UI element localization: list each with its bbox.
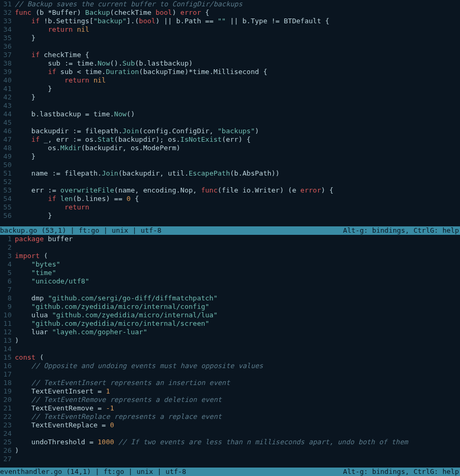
code-line[interactable]: 38 sub := time.Now().Sub(b.lastbackup) [0,59,460,68]
code-content[interactable]: return nil [15,76,460,85]
code-content[interactable]: // Opposite and undoing events must have… [15,362,460,370]
code-line[interactable]: 20 // TextEventRemove represents a delet… [0,396,460,404]
code-content[interactable] [15,178,460,186]
code-content[interactable]: return nil [15,25,460,34]
code-line[interactable]: 53 err := overwriteFile(name, encoding.N… [0,186,460,195]
code-line[interactable]: 46 backupdir := filepath.Join(config.Con… [0,127,460,135]
code-line[interactable]: 55 return [0,203,460,212]
code-line[interactable]: 31// Backup saves the current buffer to … [0,0,460,8]
code-line[interactable]: 2 [0,243,460,252]
code-line[interactable]: 40 return nil [0,76,460,85]
code-line[interactable]: 34 return nil [0,25,460,34]
code-content[interactable]: luar "layeh.com/gopher-luar" [15,328,460,336]
code-content[interactable]: backupdir := filepath.Join(config.Config… [15,127,460,135]
code-content[interactable]: } [15,212,460,220]
code-line[interactable]: 23 TextEventReplace = 0 [0,421,460,429]
code-content[interactable]: TextEventInsert = 1 [15,387,460,396]
code-content[interactable]: err := overwriteFile(name, encoding.Nop,… [15,186,460,195]
code-line[interactable]: 26) [0,446,460,455]
code-line[interactable]: 47 if _, err := os.Stat(backupdir); os.I… [0,135,460,144]
code-line[interactable]: 17 [0,370,460,379]
code-line[interactable]: 3import ( [0,252,460,260]
code-content[interactable]: if sub < time.Duration(backupTime)*time.… [15,68,460,76]
code-line[interactable]: 8 dmp "github.com/sergi/go-diff/diffmatc… [0,294,460,303]
code-line[interactable]: 32func (b *Buffer) Backup(checkTime bool… [0,8,460,17]
code-content[interactable]: func (b *Buffer) Backup(checkTime bool) … [15,8,460,17]
editor-area-top[interactable]: 31// Backup saves the current buffer to … [0,0,460,226]
code-content[interactable]: "unicode/utf8" [15,277,460,286]
code-content[interactable]: b.lastbackup = time.Now() [15,110,460,118]
code-line[interactable]: 56 } [0,212,460,220]
code-content[interactable] [15,161,460,169]
code-line[interactable]: 39 if sub < time.Duration(backupTime)*ti… [0,68,460,76]
code-line[interactable]: 33 if !b.Settings["backup"].(bool) || b.… [0,17,460,25]
code-line[interactable]: 9 "github.com/zyedidia/micro/internal/co… [0,303,460,311]
code-content[interactable]: TextEventRemove = -1 [15,404,460,413]
code-content[interactable] [15,286,460,294]
code-content[interactable]: dmp "github.com/sergi/go-diff/diffmatchp… [15,294,460,303]
code-content[interactable]: package buffer [15,235,460,243]
code-content[interactable]: // TextEventInsert represents an inserti… [15,379,460,387]
code-line[interactable]: 7 [0,286,460,294]
code-line[interactable]: 18 // TextEventInsert represents an inse… [0,379,460,387]
code-content[interactable] [15,42,460,51]
code-line[interactable]: 35 } [0,34,460,42]
code-content[interactable]: return [15,203,460,212]
code-line[interactable]: 14 [0,345,460,353]
code-line[interactable]: 41 } [0,85,460,93]
code-line[interactable]: 43 [0,102,460,110]
code-line[interactable]: 48 os.Mkdir(backupdir, os.ModePerm) [0,144,460,152]
code-content[interactable]: ulua "github.com/zyedidia/micro/internal… [15,311,460,319]
code-line[interactable]: 54 if len(b.lines) == 0 { [0,195,460,203]
code-line[interactable]: 25 undoThreshold = 1000 // If two events… [0,438,460,446]
code-content[interactable]: "github.com/zyedidia/micro/internal/scre… [15,319,460,328]
code-line[interactable]: 16 // Opposite and undoing events must h… [0,362,460,370]
code-line[interactable]: 6 "unicode/utf8" [0,277,460,286]
code-content[interactable]: sub := time.Now().Sub(b.lastbackup) [15,59,460,68]
code-content[interactable] [15,243,460,252]
code-content[interactable]: ) [15,446,460,455]
code-content[interactable]: os.Mkdir(backupdir, os.ModePerm) [15,144,460,152]
code-content[interactable]: if checkTime { [15,51,460,59]
code-line[interactable]: 1package buffer [0,235,460,243]
code-content[interactable] [15,118,460,127]
code-content[interactable] [15,370,460,379]
code-line[interactable]: 13) [0,336,460,345]
code-content[interactable]: "github.com/zyedidia/micro/internal/conf… [15,303,460,311]
code-content[interactable]: } [15,34,460,42]
code-line[interactable]: 10 ulua "github.com/zyedidia/micro/inter… [0,311,460,319]
code-line[interactable]: 5 "time" [0,269,460,277]
code-line[interactable]: 50 [0,161,460,169]
code-content[interactable]: "bytes" [15,260,460,269]
code-line[interactable]: 52 [0,178,460,186]
code-content[interactable] [15,345,460,353]
code-line[interactable]: 45 [0,118,460,127]
code-content[interactable]: } [15,85,460,93]
code-line[interactable]: 37 if checkTime { [0,51,460,59]
code-content[interactable]: // TextEventReplace represents a replace… [15,413,460,421]
code-content[interactable] [15,455,460,463]
code-line[interactable]: 44 b.lastbackup = time.Now() [0,110,460,118]
code-content[interactable]: if !b.Settings["backup"].(bool) || b.Pat… [15,17,460,25]
code-content[interactable]: } [15,93,460,102]
code-content[interactable]: import ( [15,252,460,260]
code-content[interactable]: undoThreshold = 1000 // If two events ar… [15,438,460,446]
code-line[interactable]: 51 name := filepath.Join(backupdir, util… [0,169,460,178]
code-content[interactable] [15,429,460,438]
code-content[interactable]: ) [15,336,460,345]
code-line[interactable]: 21 TextEventRemove = -1 [0,404,460,413]
code-content[interactable]: "time" [15,269,460,277]
code-line[interactable]: 49 } [0,152,460,161]
code-line[interactable]: 22 // TextEventReplace represents a repl… [0,413,460,421]
code-content[interactable]: const ( [15,353,460,362]
code-content[interactable]: // TextEventRemove represents a deletion… [15,396,460,404]
code-line[interactable]: 42 } [0,93,460,102]
code-line[interactable]: 4 "bytes" [0,260,460,269]
code-content[interactable]: TextEventReplace = 0 [15,421,460,429]
editor-area-bottom[interactable]: 1package buffer23import (4 "bytes"5 "tim… [0,235,460,468]
code-line[interactable]: 24 [0,429,460,438]
code-content[interactable] [15,102,460,110]
code-line[interactable]: 12 luar "layeh.com/gopher-luar" [0,328,460,336]
code-line[interactable]: 36 [0,42,460,51]
code-content[interactable]: // Backup saves the current buffer to Co… [15,0,460,8]
